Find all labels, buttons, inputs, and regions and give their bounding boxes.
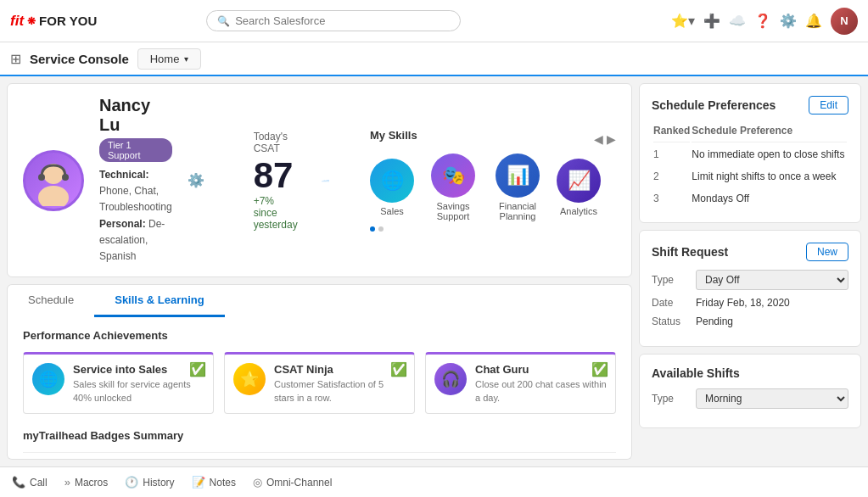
content-area: Performance Achievements 🌐 Service into … [7, 317, 632, 460]
performance-title: Performance Achievements [23, 329, 616, 342]
star-nav-icon[interactable]: ⭐▾ [671, 13, 695, 29]
macros-label: Macros [75, 477, 108, 489]
pref-rank-3: 3 [653, 188, 690, 209]
tab-schedule[interactable]: Schedule [8, 285, 94, 317]
skills-next-icon[interactable]: ▶ [607, 132, 616, 146]
shift-type-label: Type [652, 274, 691, 286]
profile-card: Nancy Lu Tier 1 Support Technical: Phone… [7, 83, 632, 277]
home-tab-chevron: ▾ [184, 54, 188, 64]
main-content: Nancy Lu Tier 1 Support Technical: Phone… [0, 76, 868, 466]
achievement-desc-2: Close out 200 chat cases within a day. [475, 378, 607, 405]
notes-label: Notes [210, 477, 236, 489]
settings-nav-icon[interactable]: ⚙️ [780, 13, 797, 29]
csat-label: Today's CSAT [254, 131, 298, 154]
achievement-desc-0: Sales skill for service agents 40% unloc… [73, 378, 204, 405]
available-type-select[interactable]: Morning [696, 388, 848, 409]
schedule-edit-button[interactable]: Edit [809, 96, 848, 114]
skills-prev-icon[interactable]: ◀ [594, 132, 603, 146]
schedule-preferences-header: Schedule Preferences Edit [652, 96, 848, 114]
profile-info: Nancy Lu Tier 1 Support Technical: Phone… [99, 96, 172, 265]
history-label: History [143, 477, 174, 489]
shift-status-value: Pending [696, 316, 848, 327]
shift-type-select[interactable]: Day Off [696, 270, 848, 290]
achievements-row: 🌐 Service into Sales Sales skill for ser… [23, 352, 616, 414]
profile-name: Nancy Lu [99, 96, 172, 135]
macros-icon: » [64, 476, 70, 489]
skill-icon-savings: 🎭 [431, 154, 475, 198]
app-logo: fit ❋ FOR YOU [10, 13, 97, 30]
add-nav-icon[interactable]: ➕ [703, 13, 720, 29]
skill-icon-analytics: 📈 [557, 159, 601, 203]
shift-type-row: Type Day Off [652, 270, 848, 290]
app-bar: ⊞ Service Console Home ▾ [0, 42, 868, 76]
achievement-title-0: Service into Sales [73, 363, 204, 376]
omni-label: Omni-Channel [266, 477, 332, 489]
shift-new-button[interactable]: New [806, 243, 848, 261]
history-icon: 🕐 [125, 476, 138, 489]
skill-item-sales: 🌐 Sales [370, 159, 414, 216]
pref-row-1: 1 No immediate open to close shifts [653, 144, 847, 165]
skill-dots [370, 226, 384, 232]
achievement-info-0: Service into Sales Sales skill for servi… [73, 363, 204, 405]
search-bar[interactable]: 🔍 [206, 10, 461, 31]
shift-date-row: Date Friday Feb, 18, 2020 [652, 297, 848, 309]
profile-gear-icon[interactable]: ⚙️ [188, 172, 204, 188]
achievement-info-1: CSAT Ninja Customer Satisfaction of 5 st… [274, 363, 406, 405]
available-shifts-card: Available Shifts Type Morning [639, 354, 861, 428]
check-icon-1: ✅ [390, 361, 407, 377]
avatar-image [23, 150, 84, 211]
pref-text-1: No immediate open to close shifts [692, 144, 847, 165]
notes-icon: 📝 [192, 476, 205, 489]
pref-text-2: Limit night shifts to once a week [692, 166, 847, 187]
shift-status-label: Status [652, 316, 691, 327]
badges-summary-title: myTrailhead Badges Summary [23, 429, 616, 442]
bottom-call[interactable]: 📞 Call [12, 476, 48, 489]
home-tab-label: Home [150, 53, 180, 65]
shift-request-header: Shift Request New [652, 243, 848, 261]
bottom-bar: 📞 Call » Macros 🕐 History 📝 Notes ◎ Omni… [0, 466, 868, 497]
notification-nav-icon[interactable]: 🔔 [805, 13, 822, 29]
bottom-history[interactable]: 🕐 History [125, 476, 174, 489]
shift-date-value: Friday Feb, 18, 2020 [696, 297, 848, 309]
skill-label-analytics: Analytics [560, 206, 597, 216]
call-label: Call [30, 477, 48, 489]
call-icon: 📞 [12, 476, 25, 489]
dot-2 [378, 226, 384, 232]
bottom-omni[interactable]: ◎ Omni-Channel [253, 476, 332, 489]
achievement-title-2: Chat Guru [475, 363, 607, 376]
csat-section: Today's CSAT 87 +7% since yesterday [245, 131, 306, 231]
achievement-service-sales: 🌐 Service into Sales Sales skill for ser… [23, 352, 214, 414]
shift-request-title: Shift Request [652, 245, 728, 259]
help-nav-icon[interactable]: ❓ [754, 13, 771, 29]
profile-avatar [23, 150, 84, 211]
skill-label-financial: Financial Planning [492, 201, 543, 221]
nav-actions: ⭐▾ ➕ ☁️ ❓ ⚙️ 🔔 N [671, 8, 858, 35]
shift-status-row: Status Pending [652, 316, 848, 327]
csat-change: +7% since yesterday [254, 195, 298, 231]
skill-item-analytics: 📈 Analytics [557, 159, 601, 216]
omni-icon: ◎ [253, 476, 262, 489]
skills-section: My Skills ◀ ▶ 🌐 Sales 🎭 Savings Support [370, 129, 616, 232]
home-tab[interactable]: Home ▾ [137, 48, 202, 70]
cloud-nav-icon[interactable]: ☁️ [729, 13, 746, 29]
tier-badge: Tier 1 Support [99, 138, 172, 162]
shift-request-card: Shift Request New Type Day Off Date Frid… [639, 230, 861, 347]
bottom-macros[interactable]: » Macros [64, 476, 109, 489]
search-input[interactable] [235, 14, 450, 27]
skills-nav[interactable]: ◀ ▶ [594, 132, 616, 146]
search-icon: 🔍 [217, 15, 230, 27]
pref-row-3: 3 Mondays Off [653, 188, 847, 209]
pref-text-3: Mondays Off [692, 188, 847, 209]
shift-date-label: Date [652, 297, 691, 309]
bottom-notes[interactable]: 📝 Notes [192, 476, 236, 489]
achievement-info-2: Chat Guru Close out 200 chat cases withi… [475, 363, 607, 405]
badges-summary: Completed 34 In Progress 11 Assigned 0 [23, 452, 616, 460]
user-avatar[interactable]: N [831, 8, 858, 35]
tabs-bar: Schedule Skills & Learning [7, 284, 632, 317]
schedule-prefs-table: Ranked Schedule Preference 1 No immediat… [652, 123, 848, 210]
grid-icon[interactable]: ⊞ [10, 51, 21, 67]
svg-point-1 [38, 186, 69, 206]
check-icon-0: ✅ [189, 361, 206, 377]
pref-rank-1: 1 [653, 144, 690, 165]
tab-skills-learning[interactable]: Skills & Learning [94, 285, 224, 317]
